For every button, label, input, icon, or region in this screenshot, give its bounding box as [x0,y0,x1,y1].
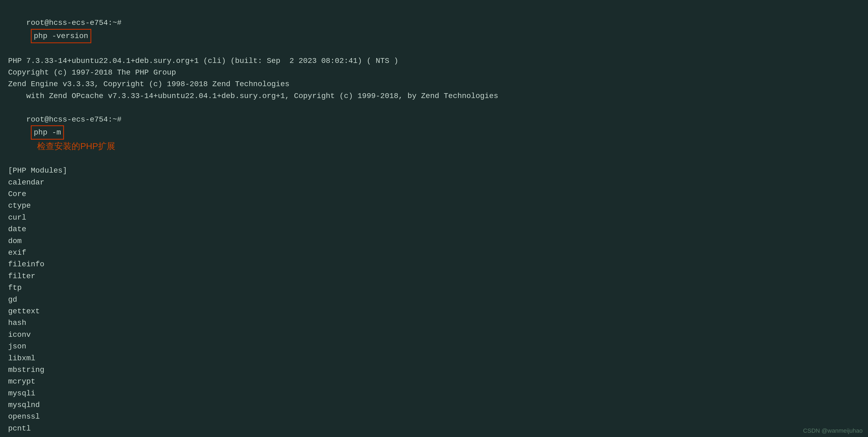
list-item: Core [8,188,860,200]
php-modules-header: [PHP Modules] [8,165,860,176]
zend-line: Zend Engine v3.3.33, Copyright (c) 1998-… [8,78,860,90]
watermark: CSDN @wanmeijuhao [803,427,863,434]
copyright-line: Copyright (c) 1997-2018 The PHP Group [8,67,860,78]
line-prompt2: root@hcss-ecs-e754:~# php -m 检查安装的PHP扩展 [8,102,860,165]
line-prompt1: root@hcss-ecs-e754:~# php -version [8,5,860,55]
modules-list: calendarCorectypecurldatedomexiffileinfo… [8,177,860,437]
annotation-text: 检查安装的PHP扩展 [37,141,115,151]
list-item: exif [8,247,860,258]
list-item: libxml [8,352,860,364]
list-item: calendar [8,177,860,188]
list-item: mcrypt [8,376,860,387]
list-item: gettext [8,306,860,317]
list-item: curl [8,212,860,223]
list-item: fileinfo [8,258,860,270]
prompt2-text: root@hcss-ecs-e754:~# [26,115,122,124]
php-version-line: PHP 7.3.33-14+ubuntu22.04.1+deb.sury.org… [8,55,860,67]
list-item: openssl [8,411,860,423]
list-item: iconv [8,329,860,341]
list-item: pcntl [8,423,860,434]
list-item: mbstring [8,364,860,376]
opcache-line: with Zend OPcache v7.3.33-14+ubuntu22.04… [8,90,860,102]
list-item: ctype [8,200,860,212]
list-item: ftp [8,282,860,293]
list-item: mysqli [8,387,860,399]
list-item: gd [8,294,860,306]
list-item: hash [8,317,860,329]
cmd2-box: php -m [31,125,64,139]
list-item: dom [8,235,860,247]
terminal-container: root@hcss-ecs-e754:~# php -version PHP 7… [8,5,860,437]
list-item: date [8,223,860,235]
prompt1-text: root@hcss-ecs-e754:~# [26,19,122,27]
list-item: filter [8,270,860,282]
cmd1-box: php -version [31,29,91,43]
list-item: mysqlnd [8,399,860,411]
list-item: json [8,341,860,352]
list-item: pcre [8,434,860,437]
